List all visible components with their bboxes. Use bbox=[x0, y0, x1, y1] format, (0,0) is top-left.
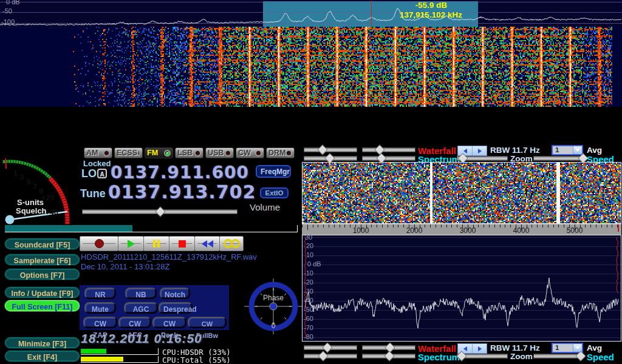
fm-led-icon bbox=[164, 150, 171, 157]
zoomed-frequency-scale[interactable]: 1000 2000 3000 4000 5000 bbox=[302, 224, 621, 235]
db2-label: -50 bbox=[304, 306, 313, 313]
am-led-icon bbox=[103, 150, 110, 157]
cw-peak-button[interactable]: CW Peak bbox=[152, 317, 186, 328]
upper-avg-label: Avg bbox=[587, 146, 602, 155]
lower-waterfall-contrast-slider[interactable] bbox=[362, 343, 415, 351]
exit-button[interactable]: Exit [F4] bbox=[5, 351, 80, 362]
hdsdr-window: 137885 137890 137895 137900 137905 13791… bbox=[0, 0, 622, 364]
lower-zoom-slider[interactable] bbox=[457, 352, 508, 360]
audio-level-bar[interactable] bbox=[5, 225, 298, 232]
upper-waterfall-contrast-slider[interactable] bbox=[362, 146, 415, 153]
agc-button[interactable]: AGC Off bbox=[124, 302, 158, 314]
zoomed-waterfall-panel bbox=[302, 162, 621, 224]
rewind-button[interactable] bbox=[194, 236, 220, 251]
dsp-panel: NR NB Notch Mute AGC Off Despread CW ZAP… bbox=[80, 285, 229, 330]
nb-button[interactable]: NB bbox=[125, 288, 157, 299]
zoomed-spectrum-trace bbox=[302, 235, 621, 341]
upper-rbw-label: RBW 11.7 Hz bbox=[490, 146, 540, 155]
dropdown-arrow-icon[interactable] bbox=[573, 146, 582, 154]
lower-rbw-label: RBW 11.7 Hz bbox=[490, 343, 540, 352]
db2-label: -10 bbox=[304, 269, 313, 277]
lo-label: LO bbox=[81, 167, 97, 180]
loop-button[interactable] bbox=[219, 236, 244, 251]
ecss-led-icon bbox=[137, 150, 140, 157]
pause-button[interactable] bbox=[143, 236, 169, 251]
volume-slider-thumb[interactable] bbox=[155, 207, 165, 217]
zoom-freq-tick-label: 3000 bbox=[446, 226, 489, 235]
tune-frequency-display[interactable]: 0137.913.702 bbox=[108, 181, 256, 203]
smeter-title: S-units bbox=[17, 198, 44, 207]
zoomed-spectrum-panel[interactable]: 30 20 10 0 dB -10 -20 -30 -40 -50 -60 -7… bbox=[302, 235, 621, 342]
usb-led-icon bbox=[225, 150, 231, 157]
upper-waterfall-brightness-slider[interactable] bbox=[304, 146, 357, 153]
cpu-hdsdr-fill bbox=[81, 349, 106, 354]
db2-label: -80 bbox=[304, 333, 313, 340]
upper-zoom-slider[interactable] bbox=[457, 154, 508, 162]
lower-speed-slider[interactable] bbox=[533, 352, 584, 360]
smeter-tick: +40 bbox=[45, 207, 58, 217]
cw-afc-button[interactable]: CW AFC bbox=[118, 317, 151, 328]
notch-button[interactable]: Notch bbox=[160, 288, 190, 299]
cw-fullbw-button[interactable]: CW FullBw bbox=[188, 317, 227, 328]
mode-fm-button[interactable]: FM bbox=[145, 147, 173, 158]
phase-indicator: Phase 0 bbox=[243, 276, 304, 337]
play-button[interactable] bbox=[118, 236, 144, 251]
smeter-tick: 7 bbox=[33, 182, 37, 191]
zoomed-waterfall-display[interactable] bbox=[302, 163, 621, 223]
upper-speed-slider[interactable] bbox=[533, 154, 584, 162]
options-button[interactable]: Options [F7] bbox=[5, 269, 80, 280]
lower-spectrum-range-slider[interactable] bbox=[362, 352, 415, 360]
wav-file-date: Dec 10, 2011 - 13:01:28Z bbox=[81, 262, 169, 271]
extio-button[interactable]: ExtIO bbox=[260, 187, 289, 198]
mode-ecss-button[interactable]: ECSS bbox=[114, 147, 143, 158]
phase-zero-label: 0 bbox=[272, 322, 276, 330]
main-spectrum-display[interactable]: 0 dB -50 -100 -55.9 dB 137,915.102 kHz bbox=[0, 0, 622, 27]
cw-zap-button[interactable]: CW ZAP bbox=[83, 317, 117, 328]
stop-icon bbox=[179, 240, 186, 248]
info-update-button[interactable]: Info / Update [F9] bbox=[5, 287, 80, 298]
zoom-freq-tick-label: 2000 bbox=[393, 226, 436, 235]
phase-label: Phase bbox=[263, 294, 284, 302]
minimize-button[interactable]: Minimize [F3] bbox=[5, 337, 80, 348]
mode-lsb-button[interactable]: LSB bbox=[175, 147, 203, 158]
mode-am-button[interactable]: AM bbox=[84, 147, 112, 158]
lo-frequency-display[interactable]: 0137.911.600 bbox=[111, 163, 249, 183]
lower-waterfall-brightness-slider[interactable] bbox=[304, 343, 357, 351]
cpu-total-fill bbox=[81, 357, 123, 362]
scale-edge-marker bbox=[618, 224, 619, 232]
soundcard-button[interactable]: Soundcard [F5] bbox=[5, 238, 80, 249]
mode-usb-button[interactable]: USB bbox=[205, 147, 234, 158]
mode-cw-button[interactable]: CW bbox=[236, 147, 264, 158]
lo-auto-badge[interactable]: A bbox=[97, 169, 107, 178]
lower-speed-label: Speed bbox=[587, 352, 614, 362]
record-button[interactable] bbox=[80, 236, 118, 251]
nr-button[interactable]: NR bbox=[84, 288, 116, 299]
freqmgr-button[interactable]: FreqMgr bbox=[256, 165, 291, 178]
upper-spectrum-ref-slider[interactable] bbox=[304, 154, 357, 162]
stop-button[interactable] bbox=[169, 236, 195, 251]
zoom-freq-tick-label: 4000 bbox=[500, 226, 542, 235]
rewind-icon bbox=[202, 240, 207, 248]
fullscreen-button[interactable]: Full Screen [F11] bbox=[5, 300, 80, 311]
utc-clock: 18.12.2011 0:16:50 bbox=[81, 331, 202, 346]
phase-dot bbox=[270, 303, 277, 310]
pause-icon bbox=[153, 240, 156, 248]
lower-avg-label: Avg bbox=[587, 343, 602, 352]
cursor-freq-readout: 137,915.102 kHz bbox=[372, 10, 490, 19]
cpu-total-meter bbox=[81, 356, 159, 363]
samplerate-button[interactable]: Samplerate [F6] bbox=[5, 254, 80, 265]
db2-label: 30 bbox=[305, 234, 312, 241]
signal-db-readout: -55.9 dB bbox=[383, 1, 480, 10]
mute-button[interactable]: Mute bbox=[84, 302, 116, 314]
lower-spectrum-ref-slider[interactable] bbox=[304, 352, 357, 360]
cw-led-icon bbox=[255, 150, 262, 157]
upper-spectrum-range-slider[interactable] bbox=[362, 154, 415, 162]
smeter-tick: 1 bbox=[13, 169, 18, 178]
db2-label: -40 bbox=[304, 297, 313, 304]
cpu-total-label: CPU:Total (55%) bbox=[162, 356, 231, 364]
despread-button[interactable]: Despread bbox=[159, 302, 193, 314]
smeter-tick: 3 bbox=[19, 172, 24, 181]
db2-label: 10 bbox=[306, 251, 313, 258]
mode-drm-button[interactable]: DRM bbox=[266, 147, 295, 158]
volume-slider[interactable] bbox=[82, 207, 238, 215]
